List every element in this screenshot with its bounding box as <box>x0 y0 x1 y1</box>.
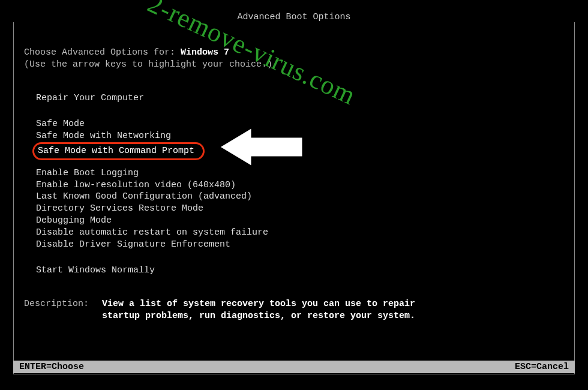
option-debugging-mode[interactable]: Debugging Mode <box>36 215 564 227</box>
option-repair-computer[interactable]: Repair Your Computer <box>36 92 564 104</box>
option-safe-mode-command-prompt[interactable]: Safe Mode with Command Prompt <box>32 142 205 160</box>
option-last-known-good-config[interactable]: Last Known Good Configuration (advanced) <box>36 191 564 203</box>
footer-enter-hint: ENTER=Choose <box>19 362 84 372</box>
footer-esc-hint: ESC=Cancel <box>515 362 569 372</box>
intro-line-2: (Use the arrow keys to highlight your ch… <box>24 59 564 71</box>
option-directory-services-restore[interactable]: Directory Services Restore Mode <box>36 203 564 215</box>
description-row: Description: View a list of system recov… <box>24 298 564 323</box>
description-label: Description: <box>24 298 102 323</box>
option-low-resolution-video[interactable]: Enable low-resolution video (640x480) <box>36 179 564 191</box>
footer-bar: ENTER=Choose ESC=Cancel <box>13 361 575 373</box>
page-title: Advanced Boot Options <box>0 12 588 22</box>
option-enable-boot-logging[interactable]: Enable Boot Logging <box>36 167 564 179</box>
content-area: Choose Advanced Options for: Windows 7 (… <box>24 47 564 323</box>
page-title-text: Advanced Boot Options <box>232 12 355 22</box>
option-safe-mode-networking[interactable]: Safe Mode with Networking <box>36 130 564 142</box>
option-disable-auto-restart[interactable]: Disable automatic restart on system fail… <box>36 227 564 239</box>
intro-line-1: Choose Advanced Options for: Windows 7 <box>24 47 564 59</box>
description-text: View a list of system recovery tools you… <box>102 298 426 323</box>
intro-os-name: Windows 7 <box>181 47 229 58</box>
intro-label: Choose Advanced Options for: <box>24 47 181 58</box>
option-start-windows-normally[interactable]: Start Windows Normally <box>36 265 564 277</box>
option-disable-driver-signature[interactable]: Disable Driver Signature Enforcement <box>36 239 564 251</box>
option-safe-mode[interactable]: Safe Mode <box>36 118 564 130</box>
